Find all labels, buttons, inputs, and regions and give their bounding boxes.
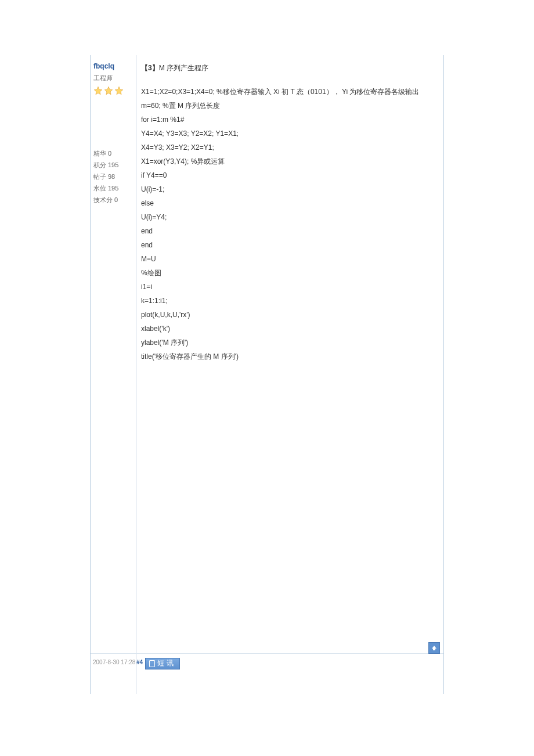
code-line: title('移位寄存器产生的 M 序列') (141, 352, 439, 361)
stat-value: 195 (108, 182, 118, 194)
code-line: U(i)=-1; (141, 185, 439, 193)
author-stat-row: 帖子98 (93, 171, 136, 182)
post-row: fbqclq 工程师 精华0积分195帖子98水位195技术分0 【3】M 序列… (91, 55, 443, 653)
stat-label: 积分 (93, 159, 106, 171)
send-message-button[interactable]: 短讯 (145, 658, 180, 669)
code-line: for i=1:m %1# (141, 116, 439, 124)
code-line: k=1:1:i1; (141, 297, 439, 305)
code-line: m=60; %置 M 序列总长度 (141, 102, 439, 110)
author-role: 工程师 (93, 74, 136, 82)
code-line: plot(k,U,k,U,'rx') (141, 311, 439, 319)
author-sidebar: fbqclq 工程师 精华0积分195帖子98水位195技术分0 (91, 55, 136, 653)
author-stat-row: 积分195 (93, 159, 136, 171)
message-button-label: 短讯 (157, 658, 176, 668)
author-username[interactable]: fbqclq (93, 62, 136, 70)
post-floor-number[interactable]: #4 (136, 659, 143, 665)
phone-icon (149, 660, 155, 667)
code-line: X1=1;X2=0;X3=1;X4=0; %移位寄存器输入 Xi 初 T 态（0… (141, 88, 439, 96)
code-line: end (141, 227, 439, 235)
code-line: Y4=X4; Y3=X3; Y2=X2; Y1=X1; (141, 129, 439, 138)
code-line: end (141, 241, 439, 249)
code-line: else (141, 199, 439, 207)
stat-label: 水位 (93, 182, 106, 194)
code-line: i1=i (141, 283, 439, 291)
code-line: xlabel('k') (141, 325, 439, 333)
post-content: X1=1;X2=0;X3=1;X4=0; %移位寄存器输入 Xi 初 T 态（0… (141, 88, 439, 361)
post-container: fbqclq 工程师 精华0积分195帖子98水位195技术分0 【3】M 序列… (90, 55, 444, 694)
code-line: M=U (141, 255, 439, 263)
star-icon (93, 86, 103, 95)
author-rank-stars (93, 86, 136, 95)
post-timestamp: 2007-8-30 17:28 (93, 659, 136, 665)
code-line: %绘图 (141, 269, 439, 277)
post-body: 【3】M 序列产生程序 X1=1;X2=0;X3=1;X4=0; %移位寄存器输… (136, 55, 443, 653)
stat-value: 98 (108, 171, 115, 182)
arrow-up-icon (431, 645, 438, 651)
stat-label: 精华 (93, 147, 106, 159)
code-line: ylabel('M 序列') (141, 339, 439, 347)
code-line: X4=Y3; X3=Y2; X2=Y1; (141, 143, 439, 152)
stat-value: 0 (108, 147, 111, 159)
author-stat-row: 技术分0 (93, 194, 136, 206)
post-footer: 2007-8-30 17:28 #4 短讯 (91, 653, 443, 671)
star-icon (114, 86, 124, 95)
stat-value: 0 (114, 194, 118, 206)
post-title-text: M 序列产生程序 (159, 64, 208, 72)
scroll-top-button[interactable] (428, 642, 440, 654)
author-stat-row: 水位195 (93, 182, 136, 194)
star-icon (104, 86, 113, 95)
code-line: X1=xor(Y3,Y4); %异或运算 (141, 157, 439, 165)
stat-label: 帖子 (93, 171, 106, 182)
stat-label: 技术分 (93, 194, 113, 206)
author-stat-row: 精华0 (93, 147, 136, 159)
post-title-prefix: 【3】 (141, 64, 159, 72)
code-line: if Y4==0 (141, 171, 439, 179)
post-title: 【3】M 序列产生程序 (141, 63, 439, 73)
code-line: U(i)=Y4; (141, 213, 439, 221)
stat-value: 195 (108, 159, 118, 171)
